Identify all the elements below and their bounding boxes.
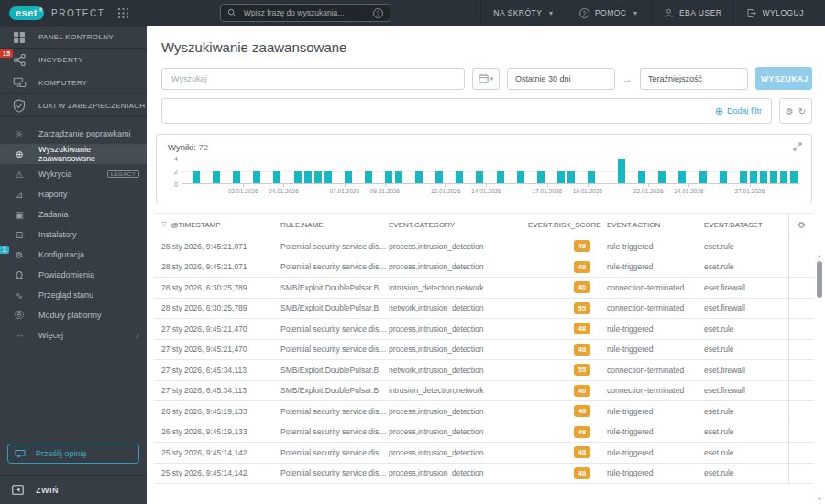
table-row[interactable]: 26 sty 2026, 9:45:19,133 Potential secur… (154, 422, 814, 444)
arrow-right-icon: → (622, 73, 632, 84)
sidebar-item-wykrycia[interactable]: ⚠ Wykrycia LEGACY (0, 164, 147, 184)
cell-category: process,intrusion_detection (389, 262, 528, 271)
add-filter-button[interactable]: ⊕ Dodaj filtr (715, 105, 762, 117)
status-overview-icon: ∿ (12, 290, 27, 301)
table-row[interactable]: 27 sty 2026, 9:45:21,470 Potential secur… (154, 340, 814, 361)
filter-bar: ⊕ Dodaj filtr (161, 98, 772, 124)
sidebar-item-instalatory[interactable]: ⊡ Instalatory (0, 225, 147, 245)
scroll-down-arrow[interactable]: ▼ (816, 496, 823, 501)
chart-bar (658, 171, 666, 184)
refresh-icon[interactable]: ↻ (798, 106, 806, 116)
feedback-button[interactable]: Prześlij opinię (7, 444, 139, 464)
sidebar-item-moduly-platformy[interactable]: ⓔ Moduły platformy (0, 305, 147, 325)
search-submit-button[interactable]: WYSZUKAJ (755, 67, 812, 90)
chart-xtick-label: 14.01.2026 (471, 188, 501, 194)
col-header-timestamp[interactable]: ▽ @TIMESTAMP (161, 221, 280, 229)
scroll-up-arrow[interactable]: ▲ (816, 253, 823, 258)
sidebar-item-zarzadzanie-poprawkami[interactable]: ☼ Zarządzanie poprawkami (0, 124, 147, 144)
sidebar-item-panel-kontrolny[interactable]: PANEL KONTROLNY (0, 26, 147, 49)
chart-bar (456, 171, 463, 184)
cell-rule-name: Potential security service disco... (280, 468, 389, 477)
sidebar-item-wiecej[interactable]: ⋯ Więcej › (0, 325, 147, 345)
app-grid-icon[interactable] (117, 7, 129, 19)
risk-score-badge: 40 (574, 281, 590, 293)
table-row[interactable]: 28 sty 2026, 9:45:21,071 Potential secur… (154, 236, 814, 257)
results-table: ▽ @TIMESTAMP RULE.NAME EVENT.CATEGORY EV… (154, 213, 814, 484)
chart-ytick-label: 2 (174, 169, 178, 175)
configuration-gear-icon: ⚙ (12, 250, 27, 260)
sidebar-item-powiadomienia[interactable]: Ω Powiadomienia (0, 265, 147, 285)
scrollbar-thumb[interactable] (817, 261, 822, 298)
filter-tools: ⚙ ↻ (779, 98, 812, 124)
patch-management-icon: ☼ (12, 129, 27, 139)
query-search-input[interactable] (161, 68, 465, 90)
chart-bar (435, 171, 443, 184)
risk-score-badge: 48 (574, 240, 590, 252)
col-header-event-dataset[interactable]: EVENT.DATASET (704, 221, 788, 229)
cell-timestamp: 25 sty 2026, 9:45:14,142 (161, 448, 248, 457)
global-search[interactable]: ? (220, 4, 390, 22)
table-row[interactable]: 28 sty 2026, 9:45:21,071 Potential secur… (154, 257, 814, 279)
table-row[interactable]: 28 sty 2026, 6:30:25,789 SMB/Exploit.Dou… (154, 299, 814, 320)
col-header-event-category[interactable]: EVENT.CATEGORY (389, 221, 528, 229)
eset-logo[interactable]: eset® (9, 6, 44, 20)
cell-timestamp: 27 sty 2026, 9:45:21,470 (161, 345, 248, 354)
user-menu[interactable]: EBA USER (651, 0, 734, 26)
date-from-input[interactable] (507, 68, 615, 90)
chart-bar (304, 171, 312, 184)
top-bar: eset® PROTECT ? NA SKRÓTY▼ ? POMOC▼ EBA … (0, 0, 825, 26)
chart-bar (557, 171, 565, 184)
table-row[interactable]: 27 sty 2026, 6:45:34,113 SMB/Exploit.Dou… (154, 360, 814, 381)
table-row[interactable]: 27 sty 2026, 6:45:34,113 SMB/Exploit.Dou… (154, 381, 814, 402)
sidebar-item-przeglad-stanu[interactable]: ∿ Przegląd stanu (0, 285, 147, 305)
collapse-sidebar-button[interactable]: ZWIŃ (0, 475, 147, 504)
cell-dataset: eset.rule (704, 242, 788, 251)
sidebar-item-komputery[interactable]: KOMPUTERY (0, 71, 147, 94)
chart-bar (760, 171, 767, 184)
date-picker-button[interactable]: ▾ (472, 68, 500, 90)
col-header-risk-score[interactable]: EVENT.RISK_SCORE (528, 221, 596, 229)
sidebar-item-luki-w-zabezpieczeniach[interactable]: LUKI W ZABEZPIECZENIACH (0, 94, 147, 117)
risk-score-badge: 48 (574, 323, 590, 334)
logout-button[interactable]: WYLOGUJ (733, 0, 816, 26)
chart-bar (345, 171, 352, 184)
chart-bar (770, 171, 777, 184)
table-settings-gear-icon[interactable]: ⚙ (788, 214, 814, 236)
search-help-icon[interactable]: ? (373, 8, 383, 18)
global-search-input[interactable] (242, 7, 368, 18)
expand-chart-icon[interactable] (793, 142, 802, 151)
notifications-bell-icon: Ω (12, 270, 27, 280)
cell-action: rule-triggered (596, 242, 704, 251)
table-row[interactable]: 26 sty 2026, 9:45:19,133 Potential secur… (154, 401, 814, 422)
table-row[interactable]: 27 sty 2026, 9:45:21,470 Potential secur… (154, 319, 814, 340)
platform-modules-icon: ⓔ (12, 309, 27, 322)
chart-xtick-label: 12.01.2026 (431, 188, 461, 194)
cell-category: intrusion_detection,network (389, 283, 528, 292)
shortcuts-menu[interactable]: NA SKRÓTY▼ (480, 0, 566, 26)
col-header-rule-name[interactable]: RULE.NAME (280, 221, 389, 229)
settings-gear-icon[interactable]: ⚙ (786, 106, 794, 116)
chart-bar (790, 171, 798, 184)
chevron-right-icon: › (136, 330, 139, 341)
cell-timestamp: 25 sty 2026, 9:45:14,142 (161, 468, 248, 477)
installers-icon: ⊡ (12, 230, 27, 240)
cell-rule-name: Potential security service disco... (280, 448, 389, 457)
sidebar-item-raporty[interactable]: ⊿ Raporty (0, 184, 147, 204)
sidebar-item-zadania[interactable]: ▣ Zadania (0, 204, 147, 225)
help-menu[interactable]: ? POMOC▼ (566, 0, 651, 26)
cell-rule-name: Potential security service disco... (280, 324, 389, 334)
cell-dataset: eset.rule (704, 407, 788, 416)
date-to-input[interactable] (640, 68, 748, 90)
sidebar-item-konfiguracja[interactable]: 1 ⚙ Konfiguracja (0, 245, 147, 265)
logout-icon (746, 8, 756, 18)
table-row[interactable]: 25 sty 2026, 9:45:14,142 Potential secur… (154, 464, 814, 485)
cell-action: connection-terminated (596, 283, 704, 292)
col-header-event-action[interactable]: EVENT.ACTION (596, 221, 704, 229)
product-name: PROTECT (51, 8, 104, 18)
table-row[interactable]: 25 sty 2026, 9:45:14,142 Potential secur… (154, 443, 814, 464)
table-row[interactable]: 28 sty 2026, 6:30:25,789 SMB/Exploit.Dou… (154, 278, 814, 299)
topbar-right: NA SKRÓTY▼ ? POMOC▼ EBA USER WYLOGUJ (480, 0, 816, 26)
cell-rule-name: SMB/Exploit.DoublePulsar.B (280, 386, 389, 395)
sidebar-item-wyszukiwanie-zaawansowane[interactable]: ⊕ Wyszukiwanie zaawansowane (0, 144, 147, 164)
sidebar-item-incydenty[interactable]: 15 INCYDENTY (0, 49, 147, 71)
